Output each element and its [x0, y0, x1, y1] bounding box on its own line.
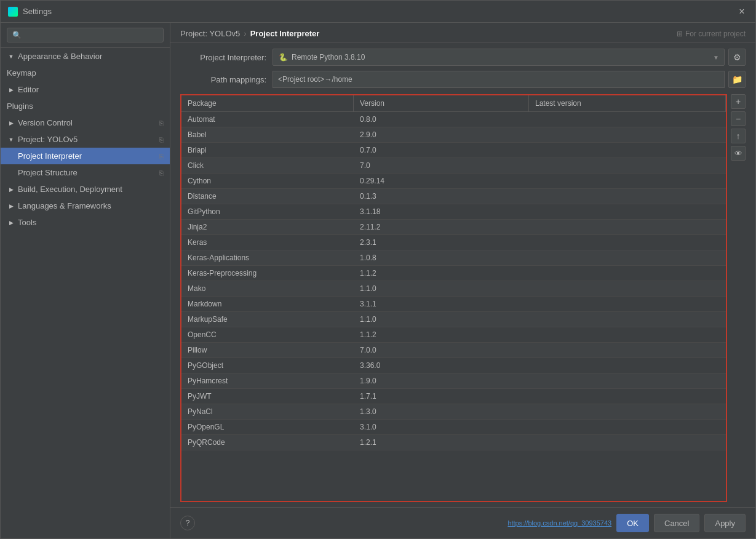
sidebar-item-appearance[interactable]: ▼Appearance & Behavior [1, 48, 170, 65]
table-row[interactable]: PyGObject3.36.0 [181, 358, 726, 373]
sidebar-item-build-execution[interactable]: ▶Build, Execution, Deployment [1, 181, 170, 198]
interpreter-label: Project Interpreter: [180, 53, 266, 62]
ok-button[interactable]: OK [616, 514, 649, 532]
expand-icon: ▶ [7, 185, 15, 194]
table-row[interactable]: PyJWT1.7.1 [181, 389, 726, 404]
path-mappings-label: Path mappings: [180, 75, 266, 84]
interpreter-select[interactable]: 🐍 Remote Python 3.8.10 ▼ [273, 49, 725, 66]
table-row[interactable]: PyHamcrest1.9.0 [181, 373, 726, 389]
cell-version: 1.0.8 [354, 250, 529, 265]
help-button[interactable]: ? [180, 516, 195, 530]
table-row[interactable]: GitPython3.1.18 [181, 204, 726, 220]
expand-icon: ▶ [7, 218, 15, 227]
table-row[interactable]: Keras2.3.1 [181, 235, 726, 250]
sidebar: ▼Appearance & BehaviorKeymap▶EditorPlugi… [1, 23, 170, 538]
table-row[interactable]: Jinja22.11.2 [181, 220, 726, 235]
cell-package: PyQRCode [181, 435, 354, 450]
remove-package-button[interactable]: − [731, 111, 746, 126]
copy-icon: ⎘ [159, 153, 164, 160]
folder-button[interactable]: 📁 [728, 71, 746, 88]
cell-version: 0.1.3 [354, 189, 529, 204]
table-row[interactable]: Pillow7.0.0 [181, 343, 726, 358]
cell-version: 1.3.0 [354, 404, 529, 419]
table-body[interactable]: Automat0.8.0Babel2.9.0Brlapi0.7.0Click7.… [181, 112, 726, 501]
apply-button[interactable]: Apply [704, 514, 746, 532]
table-row[interactable]: Babel2.9.0 [181, 127, 726, 143]
cell-latest [529, 358, 726, 373]
table-row[interactable]: OpenCC1.1.2 [181, 327, 726, 343]
table-row[interactable]: Distance0.1.3 [181, 189, 726, 204]
expand-icon: ▶ [7, 119, 15, 127]
cell-latest [529, 312, 726, 327]
cell-version: 3.1.18 [354, 204, 529, 219]
sidebar-item-project-interpreter[interactable]: Project Interpreter⎘ [1, 148, 170, 164]
cell-latest [529, 420, 726, 434]
path-mappings-row: Path mappings: <Project root>→/home 📁 [180, 71, 746, 88]
table-row[interactable]: Brlapi0.7.0 [181, 143, 726, 158]
upgrade-package-button[interactable]: ↑ [731, 129, 746, 143]
footer-right: https://blog.csdn.net/qq_30935743 OK Can… [507, 514, 746, 532]
path-mappings-wrapper: <Project root>→/home 📁 [273, 71, 746, 88]
table-row[interactable]: Keras-Applications1.0.8 [181, 250, 726, 266]
footer-left: ? [180, 516, 195, 530]
cell-package: Pillow [181, 343, 354, 357]
col-header-version: Version [354, 95, 529, 111]
cell-package: PyGObject [181, 358, 354, 373]
gear-button[interactable]: ⚙ [728, 49, 746, 66]
copy-icon: ⎘ [159, 169, 164, 177]
sidebar-item-label: Keymap [7, 68, 36, 78]
sidebar-item-languages-frameworks[interactable]: ▶Languages & Frameworks [1, 198, 170, 214]
sidebar-item-version-control[interactable]: ▶Version Control⎘ [1, 114, 170, 131]
for-current-project: ⊞ For current project [677, 30, 746, 38]
table-row[interactable]: PyQRCode1.2.1 [181, 435, 726, 450]
sidebar-item-tools[interactable]: ▶Tools [1, 214, 170, 231]
sidebar-item-project-yolov5[interactable]: ▼Project: YOLOv5⎘ [1, 131, 170, 148]
cell-package: Markdown [181, 297, 354, 311]
table-row[interactable]: Cython0.29.14 [181, 174, 726, 189]
package-action-buttons: + − ↑ 👁 [731, 94, 746, 502]
sidebar-item-label: Appearance & Behavior [18, 52, 102, 61]
copy-icon: ⎘ [159, 119, 164, 127]
sidebar-item-editor[interactable]: ▶Editor [1, 81, 170, 98]
title-bar: Settings × [1, 1, 755, 23]
eye-button[interactable]: 👁 [731, 146, 746, 161]
cell-latest [529, 389, 726, 404]
cell-version: 1.2.1 [354, 435, 529, 450]
table-row[interactable]: Click7.0 [181, 158, 726, 174]
cell-version: 1.7.1 [354, 389, 529, 404]
expand-icon: ▼ [7, 135, 15, 144]
dialog-title: Settings [23, 7, 52, 16]
cell-version: 2.3.1 [354, 235, 529, 250]
cell-latest [529, 250, 726, 265]
sidebar-item-plugins[interactable]: Plugins [1, 98, 170, 114]
expand-icon: ▶ [7, 86, 15, 94]
cell-package: Automat [181, 112, 354, 127]
sidebar-item-label: Project Structure [18, 168, 78, 177]
cell-latest [529, 127, 726, 142]
table-row[interactable]: PyNaCl1.3.0 [181, 404, 726, 420]
table-row[interactable]: Mako1.1.0 [181, 281, 726, 297]
cell-latest [529, 373, 726, 388]
sidebar-item-keymap[interactable]: Keymap [1, 65, 170, 81]
packages-table: PackageVersionLatest version Automat0.8.… [180, 94, 727, 502]
expand-icon: ▶ [7, 202, 15, 210]
cell-latest [529, 266, 726, 281]
add-package-button[interactable]: + [731, 94, 746, 109]
watermark: https://blog.csdn.net/qq_30935743 [507, 519, 611, 527]
sidebar-item-label: Project: YOLOv5 [18, 135, 78, 144]
close-button[interactable]: × [736, 6, 748, 18]
table-row[interactable]: MarkupSafe1.1.0 [181, 312, 726, 327]
table-row[interactable]: Automat0.8.0 [181, 112, 726, 127]
cancel-button[interactable]: Cancel [654, 514, 699, 532]
for-current-label: For current project [685, 30, 746, 38]
table-row[interactable]: Markdown3.1.1 [181, 297, 726, 312]
copy-icon: ⎘ [159, 136, 164, 143]
cell-latest [529, 204, 726, 219]
sidebar-item-project-structure[interactable]: Project Structure⎘ [1, 164, 170, 181]
cell-latest [529, 220, 726, 234]
path-mappings-input[interactable]: <Project root>→/home [273, 71, 725, 88]
search-input[interactable] [7, 28, 164, 42]
table-row[interactable]: PyOpenGL3.1.0 [181, 420, 726, 435]
table-row[interactable]: Keras-Preprocessing1.1.2 [181, 266, 726, 281]
cell-package: Keras-Preprocessing [181, 266, 354, 281]
